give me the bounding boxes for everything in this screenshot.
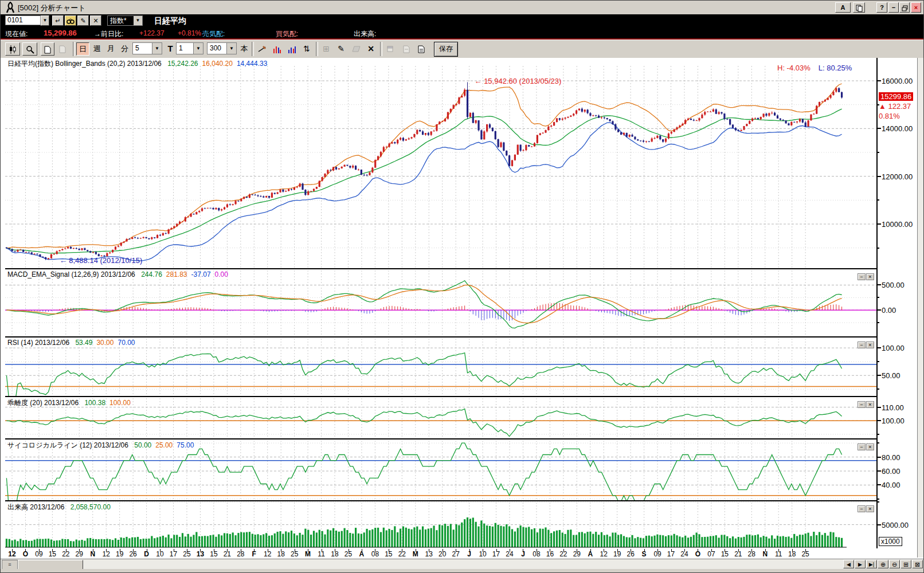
macd-panel-legend: MACD_EMA_Signal (12,26,9) 2013/12/06 244… <box>7 270 228 278</box>
app-window: [5002] 分析チャート A ? − × 0101 ▼ ↵ ✎ ✕ 指数*▼ … <box>0 0 924 573</box>
y-axis-tick-label: 16000.00 <box>882 77 913 85</box>
y-axis-tick <box>876 375 881 376</box>
psych-panel-minimize-button[interactable]: − <box>858 444 866 450</box>
code-input[interactable]: 0101 <box>5 15 41 25</box>
pencil-tool-icon[interactable]: ✎ <box>334 42 348 56</box>
blue-histogram-icon[interactable] <box>285 42 299 56</box>
x-axis-tick <box>617 549 618 552</box>
x-axis-tick <box>510 549 510 552</box>
copy-icon[interactable] <box>853 2 865 13</box>
trough-annotation: ← 8,488.14 (2012/10/15) <box>60 256 143 265</box>
rsi-plot[interactable] <box>5 336 876 396</box>
price-plot[interactable] <box>5 58 876 268</box>
minute-select[interactable]: 5▼ <box>132 42 162 54</box>
x-axis-tick <box>322 549 322 552</box>
period-minute-button[interactable]: 分 <box>118 42 131 56</box>
x-axis-tick <box>120 549 120 552</box>
kairi-plot[interactable] <box>5 396 876 438</box>
x-axis-tick <box>469 549 470 552</box>
load-page-icon[interactable] <box>414 42 428 56</box>
binoculars-icon[interactable] <box>65 15 76 26</box>
save-button[interactable]: 保存 <box>434 42 458 57</box>
panel-indicator-value: 15,242.26 <box>167 60 198 68</box>
low-stat: L: 80.25% <box>819 64 852 72</box>
psych-panel-close-button[interactable]: × <box>866 444 874 450</box>
scroll-end-button[interactable]: ▶| <box>866 560 877 568</box>
scroll-left-button[interactable]: ◀ <box>843 560 854 568</box>
y-axis-tick <box>876 457 881 458</box>
zoom-in-button[interactable]: ⊕ <box>878 560 888 568</box>
x-axis-tick <box>402 549 402 552</box>
scrollbar-thumb[interactable] <box>18 560 83 570</box>
period-day-button[interactable]: 日 <box>76 42 89 56</box>
x-axis-tick <box>550 549 550 552</box>
quote-bar: 0101 ▼ ↵ ✎ ✕ 指数*▼ 日経平均 現在値: 15,299.86 →前… <box>1 14 924 40</box>
save-page-icon[interactable] <box>400 42 413 56</box>
window-title: [5002] 分析チャート <box>18 3 86 13</box>
rsi-panel-close-button[interactable]: × <box>866 342 874 348</box>
zoom-out-button[interactable]: ⊖ <box>889 560 900 568</box>
last-price-change: ▲ 122.37 <box>879 102 920 111</box>
y-axis-minor-tick <box>876 361 879 362</box>
panel-close-nav-button[interactable]: ⊠ <box>912 560 923 568</box>
y-axis-minor-tick <box>876 388 879 390</box>
grid-tool-icon[interactable]: ⊞ <box>319 42 333 56</box>
eraser-tool-icon[interactable] <box>349 42 363 56</box>
category-select[interactable]: 指数*▼ <box>107 15 143 26</box>
minimize-button[interactable]: − <box>888 2 899 13</box>
x-axis-tick <box>577 549 577 552</box>
kairi-panel-minimize-button[interactable]: − <box>858 401 866 408</box>
new-page-icon[interactable] <box>41 42 54 56</box>
bars-dropdown-icon[interactable]: ▼ <box>226 43 236 54</box>
grid-toggle-button[interactable]: ⊞ <box>900 560 911 568</box>
enter-icon[interactable]: ↵ <box>52 15 64 26</box>
window-layout-icon[interactable] <box>383 42 398 56</box>
y-axis-minor-tick <box>876 434 879 435</box>
edit-note-icon[interactable]: ✎ <box>77 15 89 26</box>
y-axis-minor-tick <box>876 199 879 201</box>
last-price-value: 15299.86 <box>879 92 913 101</box>
period-month-button[interactable]: 月 <box>104 42 118 56</box>
category-dropdown-icon[interactable]: ▼ <box>134 16 142 25</box>
help-button[interactable]: ? <box>876 2 887 13</box>
tick-select[interactable]: 1▼ <box>176 42 203 54</box>
candle-chart-icon[interactable] <box>5 42 20 56</box>
x-axis-tick <box>563 549 564 552</box>
x-axis-tick <box>631 549 631 552</box>
rsi-panel-minimize-button[interactable]: − <box>858 342 866 348</box>
scroll-right-button[interactable]: ▶ <box>855 560 866 568</box>
code-dropdown-icon[interactable]: ▼ <box>41 15 49 26</box>
sort-updown-icon[interactable]: ⇅ <box>300 42 314 56</box>
macd-panel-close-button[interactable]: × <box>866 273 874 280</box>
clear-icon[interactable]: ✕ <box>90 15 101 26</box>
copy-page-icon[interactable] <box>56 42 69 56</box>
titlebar: [5002] 分析チャート A ? − × <box>1 1 924 15</box>
bars-select[interactable]: 300▼ <box>207 42 237 54</box>
panel-indicator-value: -37.07 <box>191 270 211 278</box>
volume-panel-minimize-button[interactable]: − <box>858 505 866 512</box>
y-axis-tick-label: 0.00 <box>882 306 896 315</box>
scrollbar-grip[interactable]: ≡ <box>2 560 18 570</box>
high-low-stats: H: -4.03%L: 80.25% <box>777 64 860 72</box>
red-histogram-icon[interactable] <box>270 42 284 56</box>
horizontal-scrollbar[interactable]: ≡ ◀ ▶ ▶| ⊕ ⊖ ⊞ ⊠ <box>1 559 924 570</box>
tick-dropdown-icon[interactable]: ▼ <box>193 43 203 54</box>
chart-area: 日経平均(指数) Bollinger_Bands (20,2) 2013/12/… <box>1 58 924 573</box>
vertical-scrollbar[interactable] <box>917 58 924 558</box>
y-axis-tick <box>876 420 881 421</box>
delete-tool-icon[interactable]: ✕ <box>364 42 378 56</box>
kairi-panel-close-button[interactable]: × <box>866 401 874 408</box>
period-week-button[interactable]: 週 <box>91 42 104 56</box>
volume-panel-close-button[interactable]: × <box>866 505 874 512</box>
trendline-tool-icon[interactable] <box>255 42 269 56</box>
zoom-tool-icon[interactable] <box>22 42 37 56</box>
x-axis-tick <box>375 549 375 552</box>
minute-dropdown-icon[interactable]: ▼ <box>152 43 162 54</box>
close-button[interactable]: × <box>911 2 921 13</box>
font-button[interactable]: A <box>835 2 851 13</box>
x-axis-tick <box>523 549 523 552</box>
volume-plot[interactable] <box>5 500 876 548</box>
restore-icon[interactable] <box>899 2 910 13</box>
macd-panel-minimize-button[interactable]: − <box>858 273 866 280</box>
app-logo-icon <box>5 2 15 13</box>
